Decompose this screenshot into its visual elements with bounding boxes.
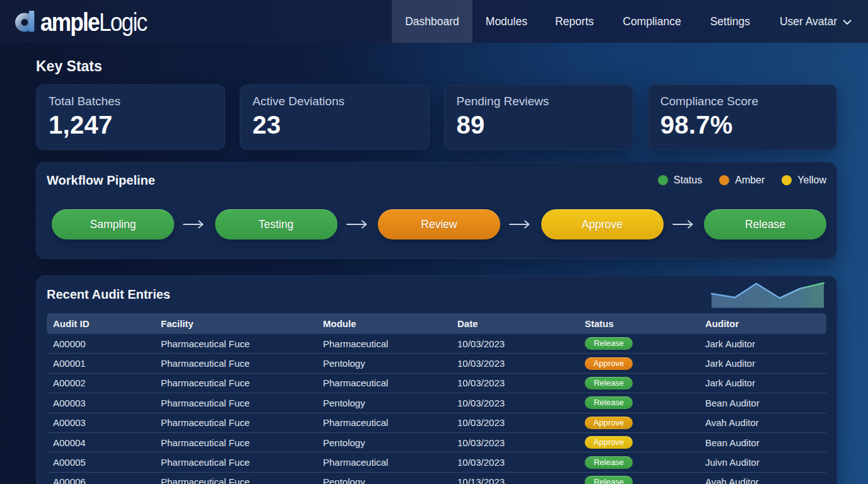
col-header-auditor: Auditor [699,318,828,329]
chevron-down-icon [843,20,852,25]
stage-testing[interactable]: Testing [215,209,337,239]
cell-facility: Pharmaceutical Fuce [155,437,317,448]
trend-sparkline-chart [711,282,824,308]
cell-status: Approve [578,417,699,429]
cell-date: 10/03/2023 [451,338,578,349]
nav-item-settings[interactable]: Settings [696,0,765,43]
cell-date: 10/03/2023 [451,398,578,408]
cell-status: Release [578,456,699,469]
legend-label: Yellow [797,175,826,186]
audit-table-row[interactable]: A00003 Pharmaceutical Fuce Pharmaceutica… [47,413,826,433]
stat-card-value: 89 [457,110,621,139]
status-badge: Approve [585,436,633,449]
audit-table-row[interactable]: A00002 Pharmaceutical Fuce Pharmaceutica… [47,374,826,393]
cell-status: Approve [578,357,699,370]
cell-auditor: Avah Auditor [699,417,828,428]
cell-module: Pharmaceutical [317,377,451,388]
cell-facility: Pharmaceutical Fuce [155,358,317,369]
stage-release[interactable]: Release [704,209,826,239]
cell-auditor: Avah Auditor [699,476,828,484]
cell-auditor: Juivn Auditor [699,457,828,468]
workflow-pipeline-panel: Workflow Pipeline Status Amber Yellow Sa… [36,162,837,259]
cell-facility: Pharmaceutical Fuce [155,338,317,349]
stat-card-label: Active Deviations [252,94,416,109]
cell-auditor: Jark Auditor [699,338,828,349]
stage-sampling[interactable]: Sampling [52,209,174,239]
nav-item-dashboard[interactable]: Dashboard [392,0,472,43]
green-dot-icon [658,175,668,185]
cell-status: Release [578,476,699,484]
yellow-dot-icon [782,175,792,185]
pipeline-legend: Status Amber Yellow [658,175,826,186]
stat-card-value: 1,247 [49,110,213,139]
cell-date: 10/03/2023 [451,417,578,428]
cell-status: Approve [578,436,699,449]
cell-facility: Pharmaceutical Fuce [155,417,317,428]
page-content: Key Stats Total Batches 1,247 Active Dev… [0,58,868,484]
legend-item-yellow: Yellow [782,175,826,186]
main-nav: Dashboard Modules Reports Compliance Set… [392,0,868,43]
stage-review[interactable]: Review [378,209,500,239]
cell-auditor: Jark Auditor [699,358,828,369]
cell-module: Pharmaceutical [317,417,451,428]
cell-status: Release [578,337,699,350]
audit-table-header: Audit ID Facility Module Date Status Aud… [47,313,826,334]
brand-name: ampleLogic [40,13,146,32]
col-header-status: Status [578,318,699,329]
stat-card-pending-reviews: Pending Reviews 89 [444,84,633,150]
nav-item-compliance[interactable]: Compliance [608,0,695,43]
audit-table-row[interactable]: A00004 Pharmaceutical Fuce Pentology 10/… [47,433,826,452]
cell-module: Pentology [317,398,451,408]
audit-table-row[interactable]: A00003 Pharmaceutical Fuce Pentology 10/… [47,393,826,413]
cell-auditor: Bean Auditor [699,398,828,408]
cell-auditor: Jark Auditor [699,377,828,388]
audit-table-row[interactable]: A00005 Pharmaceutical Fuce Pharmaceutica… [47,452,826,472]
top-navbar: ampleLogic Dashboard Modules Reports Com… [0,0,868,43]
status-badge: Release [585,377,633,389]
cell-status: Release [578,396,699,409]
status-badge: Approve [585,357,633,370]
cell-date: 10/03/2023 [451,437,578,448]
workflow-panel-header: Workflow Pipeline Status Amber Yellow [47,172,826,188]
cell-audit-id: A00004 [47,437,155,448]
cell-module: Pharmaceutical [317,338,451,349]
cell-date: 10/03/2023 [451,457,578,468]
recent-audit-panel: Recent Audit Entries Audit [36,275,837,484]
nav-item-reports[interactable]: Reports [541,0,608,43]
cell-audit-id: A00006 [47,476,155,484]
stat-cards: Total Batches 1,247 Active Deviations 23… [36,84,837,150]
cell-module: Pentology [317,476,451,484]
cell-audit-id: A00003 [47,398,155,408]
nav-item-modules[interactable]: Modules [472,0,541,43]
cell-status: Release [578,377,699,389]
brand-name-bold: ample [40,8,99,36]
audit-table-row[interactable]: A00000 Pharmaceutical Fuce Pharmaceutica… [47,334,826,354]
col-header-date: Date [451,318,578,329]
cell-audit-id: A00005 [47,457,155,468]
cell-audit-id: A00000 [47,338,155,349]
legend-label: Status [674,175,702,186]
status-badge: Release [585,456,633,469]
cell-module: Pharmaceutical [317,457,451,468]
audit-table-row[interactable]: A00001 Pharmaceutical Fuce Pentology 10/… [47,354,826,373]
stage-approve[interactable]: Approve [541,209,664,239]
cell-date: 10/13/2023 [451,476,578,484]
status-badge: Release [585,337,633,350]
brand-logo: ampleLogic [14,0,161,43]
user-menu[interactable]: User Avatar [765,0,868,43]
cell-audit-id: A00002 [47,377,155,388]
key-stats-title: Key Stats [36,58,837,74]
right-arrow-icon [509,219,532,229]
audit-table-row[interactable]: A00006 Pharmaceutical Fuce Pentology 10/… [47,473,826,484]
stat-card-value: 23 [252,110,416,139]
cell-facility: Pharmaceutical Fuce [155,377,317,388]
stat-card-label: Compliance Score [660,94,824,109]
workflow-pipeline-title: Workflow Pipeline [47,172,155,188]
audit-table: Audit ID Facility Module Date Status Aud… [47,313,826,484]
right-arrow-icon [346,219,369,229]
cell-date: 10/03/2023 [451,377,578,388]
col-header-facility: Facility [155,318,317,329]
stat-card-value: 98.7% [660,110,824,139]
cell-facility: Pharmaceutical Fuce [155,476,317,484]
pipeline-stages: Sampling Testing Review Approve Release [52,209,826,239]
